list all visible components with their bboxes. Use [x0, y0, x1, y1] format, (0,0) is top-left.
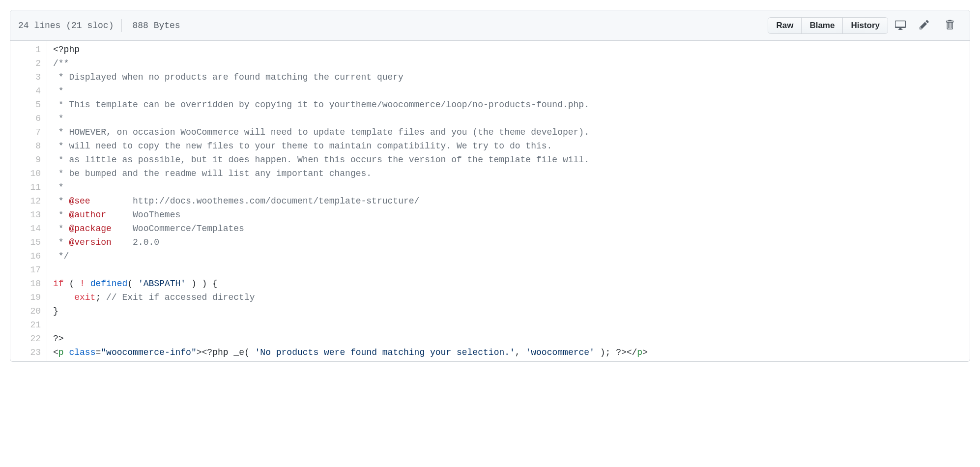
line-number[interactable]: 7	[15, 125, 41, 139]
pencil-icon	[920, 19, 930, 31]
edit-button[interactable]	[913, 15, 937, 35]
line-number[interactable]: 3	[15, 70, 41, 84]
line-number[interactable]: 15	[15, 235, 41, 249]
line-number[interactable]: 2	[15, 57, 41, 70]
line-number[interactable]: 22	[15, 332, 41, 346]
code-container: 1234567891011121314151617181920212223 <?…	[10, 41, 970, 361]
blame-button[interactable]: Blame	[802, 18, 843, 33]
line-number[interactable]: 10	[15, 167, 41, 180]
line-number[interactable]: 16	[15, 249, 41, 263]
code-line: * @version 2.0.0	[53, 235, 964, 249]
code-line: * will need to copy the new files to you…	[53, 139, 964, 153]
desktop-icon	[895, 19, 906, 31]
line-number[interactable]: 8	[15, 139, 41, 153]
desktop-button[interactable]	[888, 15, 913, 35]
code-line: }	[53, 304, 964, 318]
file-box: 24 lines (21 sloc) 888 Bytes Raw Blame H…	[10, 10, 970, 362]
line-number[interactable]: 12	[15, 194, 41, 208]
code-content: <?php/** * Displayed when no products ar…	[47, 41, 970, 361]
line-number[interactable]: 9	[15, 153, 41, 167]
divider	[121, 19, 122, 32]
code-line: *	[53, 112, 964, 125]
line-number[interactable]: 23	[15, 346, 41, 359]
code-line: * @author WooThemes	[53, 208, 964, 222]
line-number[interactable]: 13	[15, 208, 41, 222]
history-button[interactable]: History	[843, 18, 888, 33]
file-info: 24 lines (21 sloc) 888 Bytes	[18, 19, 180, 32]
code-line: * HOWEVER, on occasion WooCommerce will …	[53, 125, 964, 139]
code-line: <?php	[53, 43, 964, 57]
button-group: Raw Blame History	[768, 17, 888, 34]
code-line: * @see http://docs.woothemes.com/documen…	[53, 194, 964, 208]
line-numbers-gutter: 1234567891011121314151617181920212223	[10, 41, 47, 361]
code-line: *	[53, 84, 964, 98]
code-line: ?>	[53, 332, 964, 346]
code-line: exit; // Exit if accessed directly	[53, 291, 964, 304]
file-actions: Raw Blame History	[768, 15, 962, 35]
file-size: 888 Bytes	[124, 21, 180, 30]
code-line: *	[53, 180, 964, 194]
line-number[interactable]: 20	[15, 304, 41, 318]
line-number[interactable]: 19	[15, 291, 41, 304]
line-number[interactable]: 18	[15, 277, 41, 291]
code-line: */	[53, 249, 964, 263]
code-line: /**	[53, 57, 964, 70]
code-line	[53, 263, 964, 277]
line-number[interactable]: 1	[15, 43, 41, 57]
file-header: 24 lines (21 sloc) 888 Bytes Raw Blame H…	[10, 10, 970, 41]
line-number[interactable]: 17	[15, 263, 41, 277]
line-number[interactable]: 21	[15, 318, 41, 332]
line-number[interactable]: 11	[15, 180, 41, 194]
code-line: * Displayed when no products are found m…	[53, 70, 964, 84]
line-number[interactable]: 5	[15, 98, 41, 112]
code-line: <p class="woocommerce-info"><?php _e( 'N…	[53, 346, 964, 359]
code-line: if ( ! defined( 'ABSPATH' ) ) {	[53, 277, 964, 291]
code-line: * This template can be overridden by cop…	[53, 98, 964, 112]
delete-button[interactable]	[937, 15, 962, 35]
line-number[interactable]: 6	[15, 112, 41, 125]
raw-button[interactable]: Raw	[768, 18, 802, 33]
code-line: * @package WooCommerce/Templates	[53, 222, 964, 235]
code-line: * as little as possible, but it does hap…	[53, 153, 964, 167]
line-number[interactable]: 4	[15, 84, 41, 98]
trash-icon	[944, 19, 955, 31]
line-number[interactable]: 14	[15, 222, 41, 235]
code-line	[53, 318, 964, 332]
file-lines-count: 24 lines (21 sloc)	[18, 21, 121, 30]
code-line: * be bumped and the readme will list any…	[53, 167, 964, 180]
